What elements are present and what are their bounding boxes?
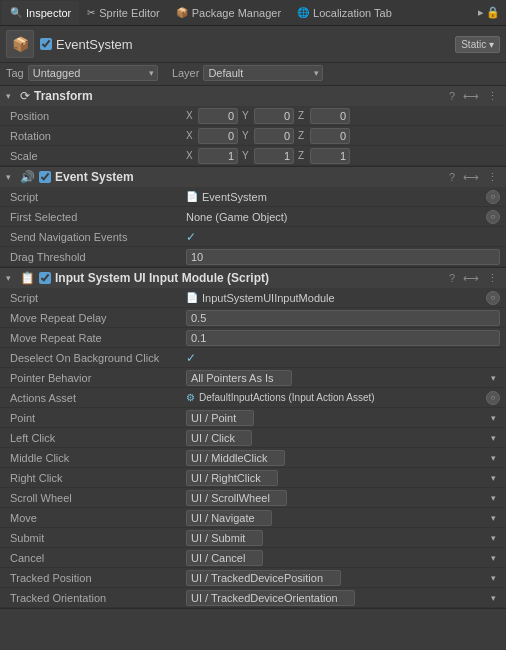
middle-click-select[interactable]: UI / MiddleClick <box>186 450 285 466</box>
tracked-orientation-select[interactable]: UI / TrackedDeviceOrientation <box>186 590 355 606</box>
es-script-label: Script <box>6 191 186 203</box>
tracked-orientation-label: Tracked Orientation <box>6 592 186 604</box>
transform-help-btn[interactable]: ? <box>447 90 457 102</box>
prop-position: Position X Y Z <box>0 106 506 126</box>
input-module-icon: 📋 <box>20 271 35 285</box>
event-system-settings-btn[interactable]: ⟷ <box>461 171 481 184</box>
event-system-header[interactable]: ▾ 🔊 Event System ? ⟷ ⋮ <box>0 167 506 187</box>
es-script-text: EventSystem <box>202 191 267 203</box>
im-script-text: InputSystemUIInputModule <box>202 292 335 304</box>
cancel-select-wrap: UI / Cancel <box>186 550 500 566</box>
scale-z-input[interactable] <box>310 148 350 164</box>
rotation-x-input[interactable] <box>198 128 238 144</box>
tracked-position-select[interactable]: UI / TrackedDevicePosition <box>186 570 341 586</box>
object-name-row <box>40 37 449 52</box>
event-system-help-btn[interactable]: ? <box>447 171 457 183</box>
position-x-input[interactable] <box>198 108 238 124</box>
first-selected-text: None (Game Object) <box>186 211 287 223</box>
actions-asset-label: Actions Asset <box>6 392 186 404</box>
rotation-value: X Y Z <box>186 128 500 144</box>
position-value: X Y Z <box>186 108 500 124</box>
cancel-select[interactable]: UI / Cancel <box>186 550 263 566</box>
tab-package-manager[interactable]: 📦 Package Manager <box>168 1 289 25</box>
left-click-select[interactable]: UI / Click <box>186 430 252 446</box>
transform-title: Transform <box>34 89 443 103</box>
first-selected-circle-btn[interactable]: ○ <box>486 210 500 224</box>
rotation-y-input[interactable] <box>254 128 294 144</box>
transform-settings-btn[interactable]: ⟷ <box>461 90 481 103</box>
transform-more-btn[interactable]: ⋮ <box>485 90 500 103</box>
actions-asset-icon: ⚙ <box>186 392 195 403</box>
object-name-input[interactable] <box>56 37 449 52</box>
event-system-check[interactable] <box>39 171 51 183</box>
scale-z-label: Z <box>298 150 308 161</box>
cancel-label: Cancel <box>6 552 186 564</box>
event-system-title: Event System <box>55 170 443 184</box>
prop-right-click: Right Click UI / RightClick <box>0 468 506 488</box>
position-z-input[interactable] <box>310 108 350 124</box>
input-module-properties: Script 📄 InputSystemUIInputModule ○ Move… <box>0 288 506 608</box>
prop-tracked-position: Tracked Position UI / TrackedDevicePosit… <box>0 568 506 588</box>
move-label: Move <box>6 512 186 524</box>
tab-localization[interactable]: 🌐 Localization Tab <box>289 1 400 25</box>
es-script-icon: 📄 <box>186 191 198 202</box>
prop-point: Point UI / Point <box>0 408 506 428</box>
tag-select[interactable]: Untagged <box>28 65 158 81</box>
deselect-bg-click-label: Deselect On Background Click <box>6 352 186 364</box>
move-repeat-rate-input[interactable] <box>186 330 500 346</box>
scroll-wheel-label: Scroll Wheel <box>6 492 186 504</box>
tab-lock-icon[interactable]: 🔒 <box>486 6 500 19</box>
layer-select[interactable]: Default <box>203 65 323 81</box>
actions-asset-circle-btn[interactable]: ○ <box>486 391 500 405</box>
scale-x-input[interactable] <box>198 148 238 164</box>
im-script-circle-btn[interactable]: ○ <box>486 291 500 305</box>
event-system-more-btn[interactable]: ⋮ <box>485 171 500 184</box>
pointer-behavior-select[interactable]: All Pointers As Is <box>186 370 292 386</box>
rotation-x-label: X <box>186 130 196 141</box>
tab-sprite-editor[interactable]: ✂ Sprite Editor <box>79 1 168 25</box>
tab-package-manager-label: Package Manager <box>192 7 281 19</box>
object-icon-box: 📦 <box>6 30 34 58</box>
object-active-checkbox[interactable] <box>40 38 52 50</box>
scale-x-label: X <box>186 150 196 161</box>
package-manager-icon: 📦 <box>176 7 188 18</box>
es-script-circle-btn[interactable]: ○ <box>486 190 500 204</box>
scale-value: X Y Z <box>186 148 500 164</box>
rotation-z-input[interactable] <box>310 128 350 144</box>
transform-header[interactable]: ▾ ⟳ Transform ? ⟷ ⋮ <box>0 86 506 106</box>
right-click-select[interactable]: UI / RightClick <box>186 470 278 486</box>
input-module-more-btn[interactable]: ⋮ <box>485 272 500 285</box>
drag-threshold-input[interactable] <box>186 249 500 265</box>
point-label: Point <box>6 412 186 424</box>
prop-drag-threshold: Drag Threshold <box>0 247 506 267</box>
static-button[interactable]: Static ▾ <box>455 36 500 53</box>
layer-label: Layer <box>172 67 200 79</box>
scale-y-input[interactable] <box>254 148 294 164</box>
tab-inspector[interactable]: 🔍 Inspector <box>2 1 79 25</box>
prop-cancel: Cancel UI / Cancel <box>0 548 506 568</box>
move-select-wrap: UI / Navigate <box>186 510 500 526</box>
position-z-label: Z <box>298 110 308 121</box>
event-system-icon: 🔊 <box>20 170 35 184</box>
object-3d-icon: 📦 <box>12 36 29 52</box>
send-nav-events-check[interactable]: ✓ <box>186 230 196 244</box>
submit-select[interactable]: UI / Submit <box>186 530 263 546</box>
move-select[interactable]: UI / Navigate <box>186 510 272 526</box>
submit-label: Submit <box>6 532 186 544</box>
prop-scale: Scale X Y Z <box>0 146 506 166</box>
move-repeat-delay-input[interactable] <box>186 310 500 326</box>
point-select[interactable]: UI / Point <box>186 410 254 426</box>
tab-more-arrow[interactable]: ▸ <box>478 6 484 19</box>
input-module-header[interactable]: ▾ 📋 Input System UI Input Module (Script… <box>0 268 506 288</box>
prop-left-click: Left Click UI / Click <box>0 428 506 448</box>
submit-select-wrap: UI / Submit <box>186 530 500 546</box>
input-module-check[interactable] <box>39 272 51 284</box>
position-y-input[interactable] <box>254 108 294 124</box>
drag-threshold-value <box>186 249 500 265</box>
scroll-wheel-select[interactable]: UI / ScrollWheel <box>186 490 287 506</box>
middle-click-select-wrap: UI / MiddleClick <box>186 450 500 466</box>
input-module-settings-btn[interactable]: ⟷ <box>461 272 481 285</box>
deselect-bg-click-check[interactable]: ✓ <box>186 351 196 365</box>
prop-rotation: Rotation X Y Z <box>0 126 506 146</box>
input-module-help-btn[interactable]: ? <box>447 272 457 284</box>
